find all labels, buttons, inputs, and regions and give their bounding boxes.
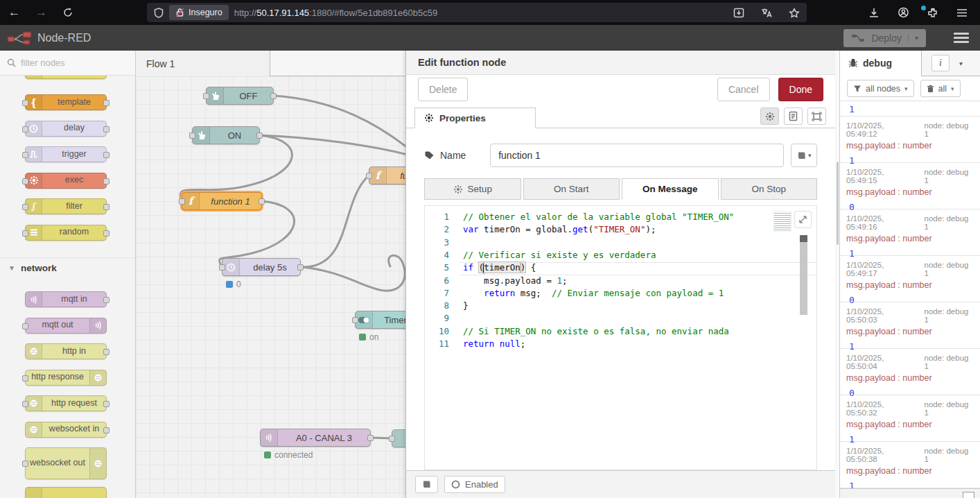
tab-flow-1[interactable]: Flow 1	[136, 51, 270, 76]
node-label: function 1	[200, 193, 261, 209]
output-port[interactable]	[259, 198, 265, 205]
flow-node-on[interactable]: ON	[192, 126, 260, 144]
security-badge[interactable]: Inseguro	[169, 5, 229, 20]
input-port[interactable]	[189, 132, 195, 139]
back-icon[interactable]: ←	[8, 6, 20, 19]
output-port[interactable]	[256, 132, 263, 139]
flow-node-a0-canal-3[interactable]: A0 - CANAL 3	[260, 429, 371, 447]
debug-message: 1/10/2025, 05:49:17node: debug 1 msg.pay…	[840, 256, 980, 302]
downloads-icon[interactable]	[868, 8, 880, 18]
flow-node-delay-5s[interactable]: delay 5s	[222, 258, 301, 276]
open-debug-window-button[interactable]	[963, 492, 974, 498]
code-line-7: return msg; // Enviar mensaje con payloa…	[460, 288, 816, 300]
node-appearance-button[interactable]	[807, 108, 826, 125]
deploy-button[interactable]: Deploy ▾	[843, 29, 926, 47]
debug-clear-button[interactable]: all▾	[920, 80, 961, 97]
sidebar-tabs-caret[interactable]: ▾	[959, 60, 963, 67]
node-label: delay 5s	[240, 259, 300, 275]
palette-node-delay[interactable]: delay	[25, 121, 107, 137]
main-menu-icon[interactable]	[954, 33, 969, 43]
editor-scrollbar[interactable]	[800, 235, 807, 443]
wifi-icon	[261, 429, 278, 446]
tab-on-stop[interactable]: On Stop	[721, 178, 818, 200]
palette-node-partial[interactable]	[25, 487, 107, 498]
shield-icon[interactable]	[154, 8, 164, 18]
output-port[interactable]	[367, 435, 374, 441]
tab-properties[interactable]: Properties	[414, 108, 536, 128]
palette-node-label: filter	[42, 199, 106, 214]
enabled-toggle-button[interactable]: Enabled	[444, 476, 505, 493]
editor-minimap[interactable]	[773, 211, 791, 232]
flow-node-function-2[interactable]: ffunc	[369, 166, 405, 184]
save-page-icon[interactable]	[733, 8, 744, 18]
library-button[interactable]: ▾	[791, 144, 817, 167]
flow-node-out-node[interactable]	[392, 429, 405, 447]
name-input[interactable]	[490, 144, 784, 167]
deploy-options-caret[interactable]: ▾	[908, 34, 918, 42]
palette-node-mqtt-out[interactable]: mqtt out	[25, 318, 107, 334]
palette-node-filter[interactable]: ∫filter	[25, 198, 107, 214]
bookmark-star-icon[interactable]	[789, 8, 800, 18]
browser-menu-icon[interactable]	[956, 8, 968, 17]
code-line-3	[460, 237, 816, 250]
address-bar[interactable]: Inseguro http://50.17.91.145:1880/#flow/…	[147, 3, 807, 22]
sidebar-resize-handle[interactable]	[835, 51, 840, 498]
palette-node-http-in[interactable]: http in	[25, 343, 107, 359]
palette-node-trigger[interactable]: trigger	[25, 146, 107, 162]
palette-list: range{templatedelaytriggerexec∫filterran…	[0, 76, 135, 498]
palette-node-label	[42, 488, 106, 498]
flow-node-off[interactable]: OFF	[206, 87, 274, 105]
input-port[interactable]	[352, 317, 358, 323]
workspace-grid[interactable]: OFFONffunction 1delay 5s0ffuncTimer ConA…	[136, 76, 405, 498]
output-port[interactable]	[270, 93, 277, 99]
palette-node-websocket-in[interactable]: websocket in	[25, 422, 107, 438]
tab-on-start[interactable]: On Start	[523, 178, 620, 200]
edit-properties-button[interactable]	[760, 108, 779, 125]
forward-icon[interactable]: →	[35, 6, 47, 19]
globe-icon	[89, 370, 106, 385]
cancel-button[interactable]: Cancel	[717, 78, 770, 101]
output-port[interactable]	[297, 264, 304, 271]
palette-node-http-request[interactable]: http request	[25, 395, 107, 411]
input-port[interactable]	[389, 436, 395, 442]
input-port[interactable]	[203, 93, 209, 99]
code-line-1: // Obtener el valor de la variable globa…	[460, 212, 816, 224]
delete-button[interactable]: Delete	[418, 78, 468, 101]
palette-search[interactable]	[0, 51, 135, 76]
palette-category-network[interactable]: ▼ network	[0, 257, 135, 278]
tab-setup[interactable]: Setup	[424, 178, 521, 200]
debug-filter-button[interactable]: all nodes▾	[847, 80, 914, 97]
info-tab-button[interactable]: i	[931, 55, 950, 71]
book-icon	[422, 480, 431, 489]
account-icon[interactable]	[898, 7, 909, 18]
palette-node-random[interactable]: random	[25, 225, 107, 241]
debug-footer	[840, 488, 980, 498]
editor-expand-button[interactable]	[794, 211, 812, 228]
flow-node-function-1[interactable]: ffunction 1	[182, 192, 262, 210]
code-editor[interactable]: 1234567891011 // Obtener el valor de la …	[424, 205, 817, 470]
palette-node-label: http request	[42, 396, 106, 411]
palette-search-input[interactable]	[21, 58, 111, 68]
palette-node-range[interactable]: range	[25, 76, 107, 79]
tab-on-message[interactable]: On Message	[622, 178, 719, 200]
input-port[interactable]	[219, 264, 225, 271]
wifi-icon	[26, 292, 42, 307]
palette-node-exec[interactable]: exec	[25, 173, 107, 189]
debug-sidebar: debug i ▾ all nodes▾ all▾ 11/10/2025, 05…	[840, 51, 980, 498]
flow-node-timer[interactable]: Timer C	[355, 311, 405, 329]
footer-library-button[interactable]	[415, 476, 438, 493]
reload-icon[interactable]	[62, 7, 73, 18]
editor-code-area[interactable]: // Obtener el valor de la variable globa…	[460, 206, 816, 470]
palette-node-template[interactable]: {template	[25, 94, 107, 110]
node-status-a0-canal-3: connected	[264, 450, 313, 460]
palette-node-http-response[interactable]: http response	[25, 370, 107, 386]
translate-icon[interactable]	[761, 8, 772, 18]
node-description-button[interactable]	[784, 108, 803, 125]
input-port[interactable]	[366, 173, 372, 179]
tab-debug[interactable]: debug	[840, 51, 922, 76]
extensions-icon[interactable]	[927, 8, 938, 18]
input-port[interactable]	[179, 198, 185, 205]
palette-node-websocket-out[interactable]: websocket out	[25, 447, 107, 479]
done-button[interactable]: Done	[778, 78, 823, 101]
palette-node-mqtt-in[interactable]: mqtt in	[25, 291, 107, 307]
